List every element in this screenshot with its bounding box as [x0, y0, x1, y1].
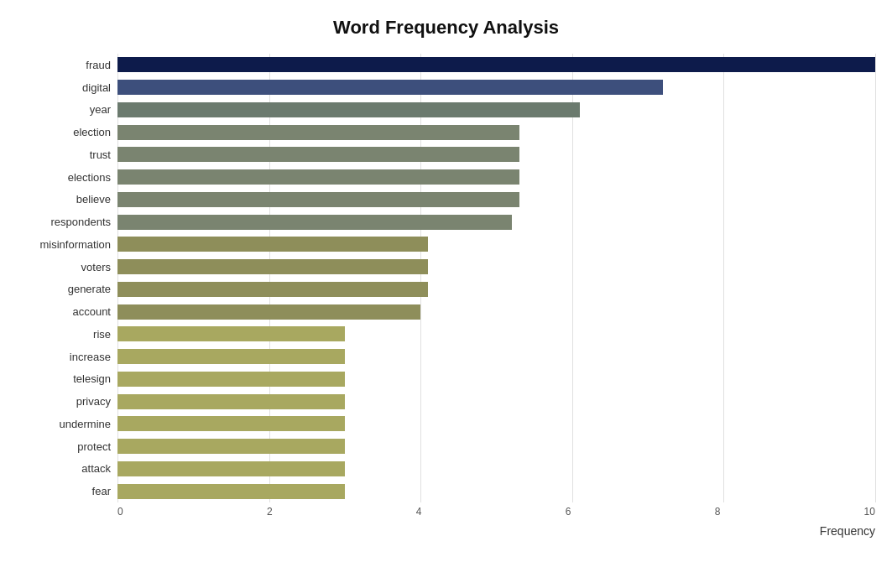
bar — [117, 259, 428, 274]
bar-row — [117, 101, 875, 119]
bar — [117, 57, 875, 72]
bar — [117, 237, 428, 252]
bar — [117, 102, 580, 117]
bar-row — [117, 482, 875, 501]
x-tick-label: 2 — [267, 506, 273, 518]
bar-row — [117, 123, 875, 142]
y-label: increase — [70, 347, 111, 366]
bar — [117, 416, 345, 431]
bar — [117, 282, 428, 297]
x-tick-label: 8 — [715, 506, 721, 518]
bar-row — [117, 393, 875, 411]
y-label: trust — [90, 145, 111, 164]
y-label: generate — [68, 280, 111, 299]
bar — [117, 169, 519, 185]
x-tick-label: 10 — [864, 506, 875, 518]
bar — [117, 439, 345, 454]
y-label: believe — [76, 190, 111, 209]
bar-row — [117, 55, 875, 74]
chart-container: Word Frequency Analysis frauddigitalyear… — [0, 0, 892, 588]
bar — [117, 349, 345, 364]
y-label: protect — [77, 437, 111, 455]
x-tick-label: 4 — [416, 506, 422, 518]
bar-row — [117, 325, 875, 343]
bar-row — [117, 414, 875, 433]
x-tick-label: 6 — [566, 506, 571, 518]
x-tick-label: 0 — [117, 506, 123, 518]
bars-area — [117, 54, 875, 502]
bar — [117, 125, 519, 140]
y-label: attack — [81, 460, 111, 478]
y-label: election — [73, 123, 111, 142]
y-label: respondents — [50, 213, 111, 232]
bar — [117, 394, 345, 409]
bar-row — [117, 303, 875, 321]
bar-row — [117, 258, 875, 276]
bar-row — [117, 168, 875, 186]
bar — [117, 372, 345, 387]
y-label: undermine — [60, 414, 111, 433]
bar-row — [117, 78, 875, 96]
bar-row — [117, 347, 875, 366]
bar-row — [117, 370, 875, 388]
y-axis-labels: frauddigitalyearelectiontrustelectionsbe… — [17, 54, 117, 502]
bar-row — [117, 280, 875, 299]
bar-row — [117, 437, 875, 455]
y-label: voters — [81, 258, 111, 276]
y-label: misinformation — [39, 235, 111, 253]
bar-row — [117, 213, 875, 232]
chart-title: Word Frequency Analysis — [333, 17, 559, 39]
bar — [117, 215, 512, 230]
bar — [117, 304, 420, 320]
bar — [117, 192, 519, 207]
bar-row — [117, 190, 875, 209]
grid-line — [875, 54, 876, 502]
y-label: privacy — [76, 393, 111, 411]
x-axis-title: Frequency — [820, 524, 875, 538]
bar — [117, 461, 345, 476]
y-label: fear — [92, 482, 111, 501]
bar — [117, 484, 345, 499]
y-label: account — [72, 303, 111, 321]
y-label: telesign — [73, 370, 111, 388]
y-label: elections — [68, 168, 111, 186]
y-label: digital — [82, 78, 111, 96]
y-label: year — [90, 101, 111, 119]
bar — [117, 147, 519, 162]
y-label: rise — [93, 325, 111, 343]
bar — [117, 326, 345, 341]
x-axis-area: 0246810 Frequency — [17, 502, 875, 538]
y-label: fraud — [86, 55, 111, 74]
bar — [117, 80, 663, 95]
bar-row — [117, 460, 875, 478]
bar-row — [117, 145, 875, 164]
bar-row — [117, 235, 875, 253]
